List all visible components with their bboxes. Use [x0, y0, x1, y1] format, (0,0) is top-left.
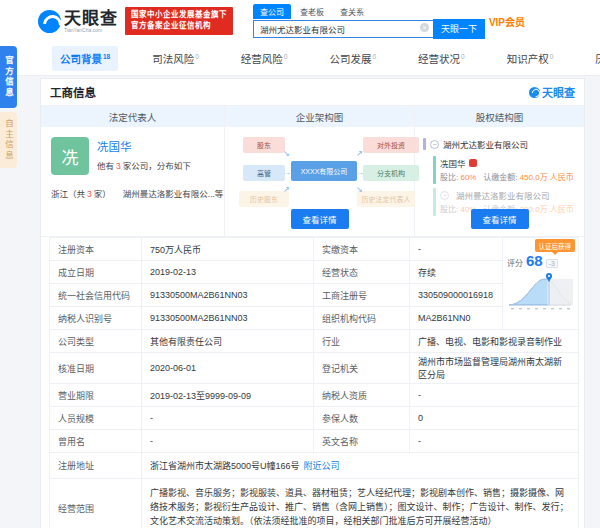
- field-value: -: [142, 407, 314, 430]
- tab-company-background[interactable]: 公司背景18: [52, 46, 118, 71]
- tree-accent-bar: [433, 188, 436, 216]
- field-value: -: [142, 430, 314, 453]
- certification-badge-line2: 官方备案企业征信机构: [131, 21, 227, 32]
- certification-badge: 国家中小企业发展基金旗下 官方备案企业征信机构: [125, 7, 233, 35]
- clear-search-icon[interactable]: ×: [420, 23, 429, 32]
- tianyancha-logo-icon: [38, 10, 61, 33]
- arrow-icon: ↘: [356, 185, 363, 194]
- brand-name: 天眼查: [64, 10, 118, 27]
- field-value: 湖州市市场监督管理局湖州南太湖新区分局: [410, 353, 579, 384]
- enterprise-structure-header: 企业架构图: [225, 106, 414, 127]
- field-label: 行业: [314, 330, 410, 353]
- node-center-company: XXXX有限公司: [291, 161, 357, 181]
- node-branches[interactable]: 分支机构: [363, 165, 419, 181]
- structure-view-details-button[interactable]: 查看详情: [290, 209, 348, 229]
- table-row: 营业期限 2019-02-13至9999-09-09 纳税人资质 -: [50, 384, 579, 407]
- tab-operating-risk[interactable]: 经营风险0: [233, 46, 296, 71]
- search-button[interactable]: 天眼一下: [433, 19, 485, 39]
- field-value: -: [410, 238, 503, 261]
- table-row: 纳税人识别号 91330500MA2B61NN03 组织机构代码 MA2B61N…: [50, 307, 579, 330]
- tab-count: 18: [103, 53, 110, 60]
- arrow-icon: →: [283, 168, 291, 177]
- search-tab-boss[interactable]: 查老板: [293, 4, 331, 19]
- field-label: 英文名称: [314, 430, 410, 453]
- equity-view-details-button[interactable]: 查看详情: [470, 209, 528, 229]
- score-value: 68: [526, 252, 543, 269]
- field-value: 0: [410, 407, 579, 430]
- tab-operating-status[interactable]: 经营状况0: [410, 46, 473, 71]
- collapse-icon[interactable]: −: [440, 191, 449, 200]
- field-value: 2019-02-13至9999-09-09: [142, 384, 314, 407]
- field-label: 纳税人资质: [314, 384, 410, 407]
- table-row: 公司类型 其他有限责任公司 行业 广播、电视、电影和影视录音制作业: [50, 330, 579, 353]
- field-value: 存续: [410, 261, 503, 284]
- tab-count: 0: [550, 53, 554, 60]
- table-row: 曾用名 - 英文名称 -: [50, 430, 579, 453]
- nearby-companies-link[interactable]: 附近公司: [304, 461, 340, 471]
- node-outbound-investment[interactable]: 对外投资: [363, 137, 419, 153]
- field-label: 统一社会信用代码: [50, 284, 142, 307]
- search-tab-company[interactable]: 查公司: [253, 4, 291, 19]
- field-label: 经营状态: [314, 261, 410, 284]
- table-row-business-scope: 经营范围 广播影视、音乐服务；影视服装、道具、器材租赁；艺人经纪代理；影视剧本创…: [50, 479, 579, 528]
- field-value: MA2B61NN0: [410, 307, 503, 330]
- field-value: 广播、电视、电影和影视录音制作业: [410, 330, 579, 353]
- tianyancha-logo[interactable]: 天眼查 TianYanCha.com: [38, 10, 118, 33]
- tab-count: 0: [284, 53, 288, 60]
- person-badge-icon: [469, 159, 477, 167]
- legal-representative-header: 法定代表人: [41, 106, 224, 127]
- collapse-icon[interactable]: −: [430, 140, 439, 149]
- node-shareholders[interactable]: 股东: [243, 137, 285, 153]
- arrow-icon: ↗: [283, 185, 290, 194]
- registered-address: 浙江省湖州市太湖路5000号U幢166号附近公司: [142, 453, 579, 479]
- field-label: 成立日期: [50, 261, 142, 284]
- vip-link[interactable]: VIP会员: [489, 14, 525, 29]
- sidebar-tab-self-info[interactable]: 自主信息: [0, 112, 17, 168]
- arrow-icon: ↘: [283, 149, 290, 158]
- legal-rep-name-link[interactable]: 冼国华: [97, 138, 191, 154]
- field-label: 曾用名: [50, 430, 142, 453]
- tab-intellectual-property[interactable]: 知识产权0: [499, 46, 562, 71]
- business-registration-table: 注册资本 750万人民币 实缴资本 - 认证后获得 评分 68 -3: [49, 237, 579, 528]
- equity-root-company[interactable]: 湖州尤达影业有限公司: [443, 138, 528, 150]
- legal-representative-panel: 法定代表人 冼 冼国华 他有3家公司，分布如下 浙江（共3家） 湖州曼达洛影业有…: [41, 106, 225, 236]
- equity-structure-panel: 股权结构图 − 湖州尤达影业有限公司 冼国华: [415, 106, 584, 236]
- tab-count: 0: [372, 53, 376, 60]
- field-label: 登记机关: [314, 353, 410, 384]
- node-history-legal-rep[interactable]: 历史法定代表人: [357, 191, 415, 207]
- tab-history-info[interactable]: 历史信息0: [587, 46, 600, 71]
- field-label: 营业期限: [50, 384, 142, 407]
- legal-rep-region: 浙江（共3家）: [51, 187, 111, 199]
- field-label: 注册地址: [50, 453, 142, 479]
- field-value: 2020-06-01: [142, 353, 314, 384]
- field-label: 经营范围: [50, 479, 142, 528]
- node-history-shareholders[interactable]: 历史股东: [239, 191, 289, 207]
- enterprise-structure-panel: 企业架构图 股东 高管 历史股东 XXXX有限公司 对外投资 分支机构 历史法定…: [225, 106, 415, 236]
- tab-judicial-risk[interactable]: 司法风险0: [144, 46, 207, 71]
- field-value: 2019-02-13: [142, 261, 314, 284]
- table-row: 注册资本 750万人民币 实缴资本 - 认证后获得 评分 68 -3: [50, 238, 579, 261]
- search-input[interactable]: [253, 20, 433, 38]
- tianyancha-mini-icon: [529, 87, 540, 98]
- section-nav: 公司背景18 司法风险0 经营风险0 公司发展0 经营状况0 知识产权0 历史信…: [0, 42, 600, 76]
- node-executives[interactable]: 高管: [243, 165, 285, 181]
- equity-sub-company[interactable]: −湖州曼达洛影业有限公司: [440, 189, 574, 201]
- tab-count: 0: [195, 53, 199, 60]
- sidebar-tab-official-info[interactable]: 官方信息: [0, 46, 17, 108]
- page: 天眼查 TianYanCha.com 国家中小企业发展基金旗下 官方备案企业征信…: [0, 0, 600, 528]
- table-row: 核准日期 2020-06-01 登记机关 湖州市市场监督管理局湖州南太湖新区分局: [50, 353, 579, 384]
- arrow-icon: ↗: [356, 149, 363, 158]
- tab-company-development[interactable]: 公司发展0: [321, 46, 384, 71]
- field-label: 实缴资本: [314, 238, 410, 261]
- section-watermark: 天眼查: [529, 84, 575, 100]
- field-label: 核准日期: [50, 353, 142, 384]
- field-value: 750万人民币: [142, 238, 314, 261]
- search-tabs: 查公司 查老板 查关系: [253, 4, 485, 19]
- table-row: 成立日期 2019-02-13 经营状态 存续: [50, 261, 579, 284]
- field-value: 其他有限责任公司: [142, 330, 314, 353]
- certification-badge-line1: 国家中小企业发展基金旗下: [131, 10, 227, 21]
- equity-holder-name[interactable]: 冼国华: [440, 157, 574, 169]
- search-tab-relation[interactable]: 查关系: [333, 4, 371, 19]
- score-distribution-chart: [507, 271, 573, 313]
- legal-rep-related-company-link[interactable]: 湖州曼达洛影业有限公...等: [123, 187, 224, 199]
